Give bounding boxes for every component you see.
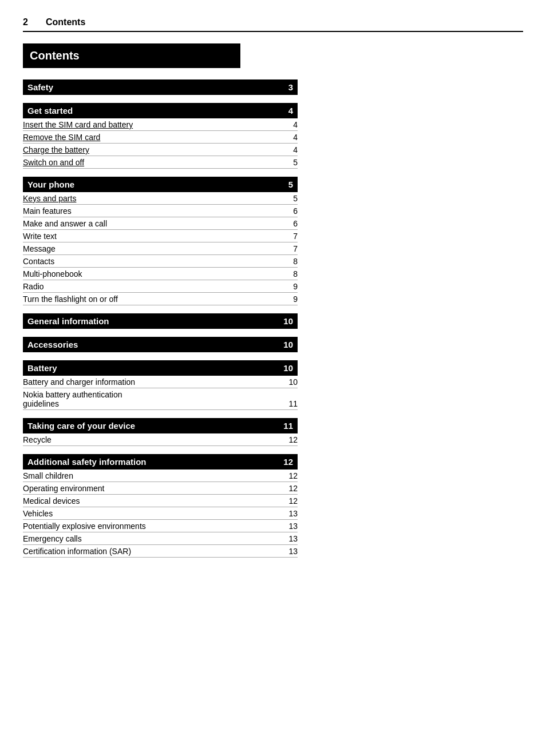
toc-entry[interactable]: Recycle 12 [23,433,298,446]
toc-entry[interactable]: Potentially explosive environments 13 [23,520,298,532]
entry-page: 5 [286,158,298,167]
section-header-taking-care: Taking care of your device 11 [23,418,298,433]
section-page-safety: 3 [288,82,293,92]
section-page-additional-safety: 12 [283,457,293,467]
entry-label: Remove the SIM card [23,133,286,142]
entry-label: Medical devices [23,496,286,506]
entry-page: 13 [286,509,298,518]
entry-label: Multi-phonebook [23,269,286,278]
page-number: 2 [23,17,34,27]
contents-title-block: Contents [23,43,240,68]
entry-page: 12 [286,484,298,493]
entry-label: Vehicles [23,509,286,518]
entry-label: Make and answer a call [23,219,286,228]
toc-entry[interactable]: Turn the flashlight on or off 9 [23,293,298,305]
section-header-get-started: Get started 4 [23,103,298,118]
entry-page: 4 [286,145,298,154]
section-label-general-information: General information [27,316,109,326]
entry-page: 8 [286,269,298,278]
toc-entry[interactable]: Write text 7 [23,230,298,242]
section-page-battery: 10 [283,363,293,373]
toc-entry-multiline[interactable]: Nokia battery authenticationguidelines 1… [23,388,298,410]
section-page-general-information: 10 [283,316,293,326]
section-label-safety: Safety [27,82,53,92]
section-additional-safety: Additional safety information 12 Small c… [23,454,298,558]
entry-label: Recycle [23,435,286,444]
section-label-battery: Battery [27,363,57,373]
section-get-started: Get started 4 Insert the SIM card and ba… [23,103,298,169]
entry-label: Main features [23,206,286,216]
toc-entry[interactable]: Insert the SIM card and battery 4 [23,118,298,131]
section-label-your-phone: Your phone [27,180,74,189]
entry-label: Radio [23,282,286,291]
toc-entry[interactable]: Small children 12 [23,469,298,482]
entry-page: 6 [286,206,298,216]
section-header-safety: Safety 3 [23,79,298,95]
section-accessories: Accessories 10 [23,337,298,352]
section-general-information: General information 10 [23,313,298,329]
entry-label: Charge the battery [23,145,286,154]
entry-page: 7 [286,232,298,241]
toc-entry[interactable]: Battery and charger information 10 [23,376,298,388]
toc-entry[interactable]: Emergency calls 13 [23,532,298,545]
page-header: 2 Contents [23,17,523,32]
toc-entry[interactable]: Contacts 8 [23,255,298,268]
entry-label: Contacts [23,257,286,266]
section-page-taking-care: 11 [283,421,293,431]
entry-label: Write text [23,232,286,241]
toc-entry[interactable]: Keys and parts 5 [23,192,298,205]
section-header-battery: Battery 10 [23,360,298,376]
entry-label: Keys and parts [23,194,286,203]
section-battery: Battery 10 Battery and charger informati… [23,360,298,410]
entry-label: Switch on and off [23,158,286,167]
section-header-accessories: Accessories 10 [23,337,298,352]
entry-page: 4 [286,133,298,142]
entry-label: Message [23,244,286,253]
entry-label: Turn the flashlight on or off [23,295,286,304]
toc-entry[interactable]: Certification information (SAR) 13 [23,545,298,558]
entry-label: Operating environment [23,484,286,493]
section-header-your-phone: Your phone 5 [23,177,298,192]
toc-entry[interactable]: Switch on and off 5 [23,156,298,169]
toc-entry[interactable]: Make and answer a call 6 [23,217,298,230]
entry-page: 7 [286,244,298,253]
entry-page: 5 [286,194,298,203]
entry-page: 8 [286,257,298,266]
section-header-general-information: General information 10 [23,313,298,329]
toc-entry[interactable]: Vehicles 13 [23,507,298,520]
toc-entry[interactable]: Medical devices 12 [23,495,298,507]
contents-title-text: Contents [30,49,80,62]
toc-entry[interactable]: Message 7 [23,242,298,255]
section-label-accessories: Accessories [27,340,78,349]
entry-label: Small children [23,471,286,480]
section-label-taking-care: Taking care of your device [27,421,135,431]
section-label-get-started: Get started [27,106,73,116]
entry-label: Nokia battery authenticationguidelines [23,390,286,408]
section-label-additional-safety: Additional safety information [27,457,147,467]
entry-page: 6 [286,219,298,228]
entry-label: Emergency calls [23,534,286,543]
content-area: Contents Safety 3 Get started 4 Insert t… [23,43,298,558]
section-taking-care: Taking care of your device 11 Recycle 12 [23,418,298,446]
section-header-additional-safety: Additional safety information 12 [23,454,298,469]
entry-page: 9 [286,295,298,304]
entry-page: 10 [286,377,298,387]
entry-label: Battery and charger information [23,377,286,387]
toc-entry[interactable]: Operating environment 12 [23,482,298,495]
page-title-header: Contents [46,17,85,27]
toc-entry[interactable]: Main features 6 [23,205,298,217]
entry-page: 12 [286,435,298,444]
section-page-accessories: 10 [283,340,293,349]
section-page-your-phone: 5 [288,180,293,189]
entry-label: Certification information (SAR) [23,547,286,556]
entry-page: 11 [286,399,298,408]
entry-label: Potentially explosive environments [23,522,286,531]
section-page-get-started: 4 [288,106,293,116]
toc-entry[interactable]: Radio 9 [23,280,298,293]
toc-entry[interactable]: Remove the SIM card 4 [23,131,298,144]
entry-page: 13 [286,534,298,543]
section-safety: Safety 3 [23,79,298,95]
toc-entry[interactable]: Multi-phonebook 8 [23,268,298,280]
toc-entry[interactable]: Charge the battery 4 [23,144,298,156]
entry-page: 4 [286,120,298,129]
